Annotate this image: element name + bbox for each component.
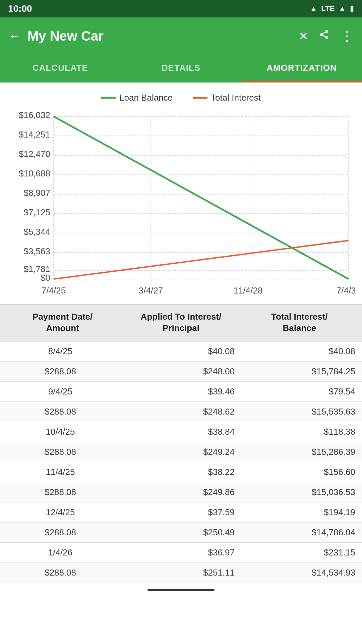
table-cell: $37.59 [121,502,241,522]
table-row: $288.08$250.49$14,786.04 [0,523,362,543]
table-row: $288.08$249.86$15,036.53 [0,482,362,502]
table-cell: $194.19 [241,502,362,522]
status-icons: ▲ LTE ▲ ▮ [310,4,354,13]
table-cell: $15,784.25 [241,362,362,381]
table-cell: $248.00 [121,362,241,381]
more-menu-button[interactable]: ⋮ [340,28,354,44]
table-row: $288.08$248.62$15,535.63 [0,402,362,422]
table-cell: $249.24 [121,442,241,462]
table-row: 1/4/26$36.97$231.15 [0,543,362,563]
svg-text:$5,344: $5,344 [23,227,50,237]
wifi-icon: ▲ [310,4,317,13]
table-cell: $288.08 [0,563,121,583]
table-cell: $40.08 [121,341,241,361]
table-cell: $15,036.53 [241,482,362,502]
battery-icon: ▮ [350,4,354,13]
svg-line-4 [322,32,325,34]
col-header-date: Payment Date/ Amount [3,311,122,334]
col-header-balance: Total Interest/ Balance [240,311,359,334]
lte-icon: LTE [321,4,335,13]
signal-icon: ▲ [339,4,346,13]
table-cell: $14,786.04 [241,523,362,542]
app-bar: ← My New Car ✕ ⋮ [0,17,362,54]
table-row: 11/4/25$38.22$156.60 [0,462,362,482]
table-cell: $249.86 [121,482,241,502]
table-cell: $118.38 [241,422,362,442]
tab-amortization[interactable]: AMORTIZATION [241,54,362,83]
chart-container: Loan Balance Total Interest .grid-line {… [0,83,362,304]
svg-point-1 [320,33,323,36]
svg-text:$10,688: $10,688 [19,168,50,178]
table-row: 10/4/25$38.84$118.38 [0,422,362,442]
legend-loan-balance: Loan Balance [101,93,173,103]
app-bar-actions: ✕ ⋮ [299,28,354,44]
amortization-table: Payment Date/ Amount Applied To Interest… [0,304,362,583]
table-cell: $248.62 [121,402,241,422]
table-cell: $250.49 [121,523,241,542]
table-row: $288.08$251.11$14,534.93 [0,563,362,583]
svg-text:7/4/25: 7/4/25 [42,285,66,296]
svg-text:3/4/27: 3/4/27 [139,285,163,296]
home-indicator [147,589,215,591]
table-cell: 9/4/25 [0,382,121,401]
table-cell: $36.97 [121,543,241,562]
svg-point-2 [325,36,328,39]
table-cell: 11/4/25 [0,462,121,482]
legend-total-interest: Total Interest [193,93,261,103]
svg-text:7/4/30: 7/4/30 [337,285,355,296]
table-header: Payment Date/ Amount Applied To Interest… [0,304,362,341]
svg-text:$16,032: $16,032 [19,110,50,120]
table-row: $288.08$249.24$15,286.39 [0,442,362,462]
svg-line-3 [322,35,325,37]
svg-text:11/4/28: 11/4/28 [234,285,263,296]
table-cell: $14,534.93 [241,563,362,583]
table-cell: 12/4/25 [0,502,121,522]
table-body: 8/4/25$40.08$40.08$288.08$248.00$15,784.… [0,341,362,583]
chart-legend: Loan Balance Total Interest [7,93,355,103]
status-bar: 10:00 ▲ LTE ▲ ▮ [0,0,362,17]
svg-marker-8 [193,97,196,99]
table-cell: $38.22 [121,462,241,482]
table-row: 8/4/25$40.08$40.08 [0,341,362,362]
table-cell: $288.08 [0,523,121,542]
table-cell: $231.15 [241,543,362,562]
tab-calculate[interactable]: CALCULATE [0,54,121,83]
table-cell: $15,286.39 [241,442,362,462]
svg-text:$0: $0 [41,273,50,283]
table-cell: $15,535.63 [241,402,362,422]
share-button[interactable] [319,29,329,43]
svg-text:$8,907: $8,907 [23,188,50,198]
bottom-bar [0,583,362,596]
svg-marker-6 [101,97,105,99]
page-title: My New Car [27,29,292,44]
back-button[interactable]: ← [8,29,21,43]
tab-bar: CALCULATE DETAILS AMORTIZATION [0,54,362,83]
table-cell: $79.54 [241,382,362,401]
tab-details[interactable]: DETAILS [121,54,241,83]
svg-text:$12,470: $12,470 [19,149,50,159]
table-cell: 10/4/25 [0,422,121,442]
svg-text:$14,251: $14,251 [19,129,50,140]
close-button[interactable]: ✕ [299,29,308,43]
table-row: 12/4/25$37.59$194.19 [0,502,362,523]
table-cell: $39.46 [121,382,241,401]
status-time: 10:00 [8,3,32,14]
svg-text:$7,125: $7,125 [23,207,50,217]
table-cell: $288.08 [0,482,121,502]
table-row: $288.08$248.00$15,784.25 [0,362,362,382]
table-cell: $251.11 [121,563,241,583]
table-cell: $288.08 [0,362,121,381]
table-row: 9/4/25$39.46$79.54 [0,382,362,402]
table-cell: $288.08 [0,402,121,422]
table-cell: 1/4/26 [0,543,121,562]
table-cell: $156.60 [241,462,362,482]
table-cell: $38.84 [121,422,241,442]
chart-area: .grid-line { stroke: #aaa; stroke-width:… [7,110,355,298]
col-header-principal: Applied To Interest/ Principal [122,311,240,334]
svg-point-0 [325,30,328,33]
table-cell: 8/4/25 [0,341,121,361]
table-cell: $288.08 [0,442,121,462]
svg-text:$3,563: $3,563 [23,246,50,256]
table-cell: $40.08 [241,341,362,361]
